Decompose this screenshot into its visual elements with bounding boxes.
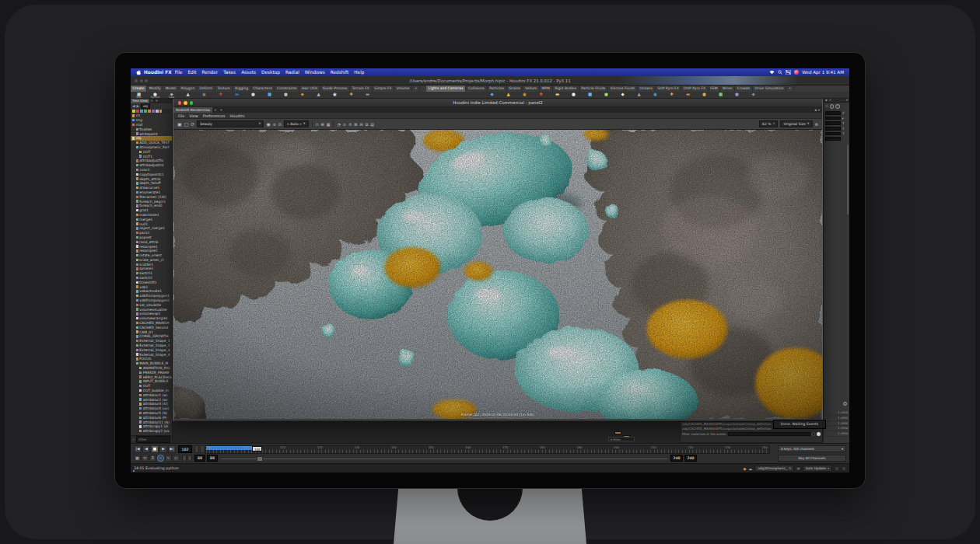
shelf-tab[interactable]: SOP Pyro FX [656,85,682,92]
shelf-tool-icon[interactable]: ◆ [745,92,761,98]
flipbook-icon[interactable]: ▦ [134,455,141,462]
shelf-tool-icon[interactable]: ✚ [343,92,359,98]
help-icon[interactable]: ? [835,104,840,109]
shelf-tab[interactable]: + [412,85,420,92]
jump-start-button[interactable]: |◀ [134,445,142,453]
playback-start-field[interactable]: 88 [207,455,218,462]
shelf-tab[interactable]: FEM [709,85,721,92]
wifi-icon[interactable] [769,70,775,75]
expand-icon[interactable]: ⊠ [354,120,357,128]
fit-icon[interactable]: ⊟ [359,120,362,128]
range-slider[interactable] [221,459,667,459]
renderview-menu-item[interactable]: Preferences [203,113,226,118]
layers-icon[interactable]: ▤ [370,120,374,128]
param-row[interactable]: ↕ [825,111,848,115]
mute-icon[interactable]: ⊘ [273,120,276,128]
close-tab-icon[interactable]: ✕ [151,99,153,103]
grid-icon[interactable]: ⊞ [321,120,324,128]
shelf-tool-icon[interactable]: ✚ [663,92,680,98]
shelf-tool-icon[interactable]: ▬ [229,92,245,98]
aov-dropdown[interactable]: beauty▼ [197,120,264,127]
target-icon[interactable]: ⊙ [343,120,346,128]
shelf-tool-icon[interactable]: ● [245,92,261,98]
network-node-chip[interactable] [614,431,621,434]
control-center-icon[interactable] [786,70,791,75]
info-icon[interactable]: i [830,104,835,109]
shelf-tab[interactable]: Particle Fluids [579,85,608,92]
network-category-icon[interactable] [132,110,135,113]
corner-tool-icon[interactable] [835,466,839,471]
network-category-icon[interactable] [152,110,155,113]
keys-summary-dropdown[interactable]: 0 keys, 0/0 channels▾ [778,445,846,452]
shelf-tab[interactable]: Characters [251,85,275,92]
param-row[interactable]: ↕ [825,131,848,135]
restart-render-icon[interactable]: ⟳ [191,120,194,128]
renderview-menu-item[interactable]: Houdini [230,113,245,118]
zoom-level-field[interactable]: 62 %⇅ [759,120,778,127]
shelf-tab[interactable]: Drive Simulation [753,85,787,92]
pane-menu-icon[interactable]: ▪ ▾ [814,108,820,112]
shelf-tab[interactable]: + [786,85,794,92]
back-icon[interactable]: ◀ [132,104,135,108]
checker-icon[interactable]: ▦ [327,120,331,128]
context-path-field[interactable]: /obj/Atmospheric_⇅ [754,465,794,472]
shelf-tab[interactable]: Wires [720,85,735,92]
playback-end-field[interactable]: 240 [670,455,683,462]
network-category-icon[interactable] [140,110,143,113]
shelf-tool-icon[interactable]: ● [696,92,712,98]
tree-node[interactable]: attribcopy2 (uv [131,429,172,434]
tree-filter-input[interactable]: Filter [136,436,170,443]
auto-dropdown[interactable]: « Auto »▼ [284,120,309,127]
shelf-tool-icon[interactable]: ▬ [680,92,696,98]
gear-icon[interactable]: ⚙ [815,120,818,128]
copy-icon[interactable]: ⧉ [366,120,369,128]
forward-icon[interactable]: ▶ [137,104,140,108]
clock-icon[interactable]: ◔ [337,120,340,128]
audio-icon[interactable]: ∿ [165,455,172,462]
shelf-tool-icon[interactable]: ▬ [359,92,376,98]
shelf-tool-icon[interactable]: ◆ [484,92,500,98]
material-filter-input[interactable] [728,432,810,436]
menubar-item[interactable]: Windows [305,70,325,75]
shelf-tool-icon[interactable]: ▲ [180,92,196,98]
shelf-tab[interactable]: Simple FX [373,85,395,92]
range-slider-handle[interactable] [257,456,263,462]
key-all-channels-button[interactable]: Key All Channels [778,455,846,462]
export-icon[interactable]: ⊼ [149,455,156,462]
tab-tree-view[interactable]: Tree View [131,98,149,103]
shelf-tab[interactable]: Create [131,85,147,92]
substep-button[interactable] [200,445,205,453]
refresh-region-icon[interactable]: ⟲ [348,120,352,128]
shelf-tool-icon[interactable]: ● [729,92,745,98]
lock-icon[interactable]: ⊓ [316,120,319,128]
shelf-tool-icon[interactable]: ◉ [647,92,663,98]
jump-icon[interactable]: ↕ [842,121,845,125]
shelf-tool-icon[interactable]: ▬ [549,92,565,98]
search-icon[interactable] [778,70,782,75]
shelf-tab[interactable]: Polygon [179,85,198,92]
shelf-tab[interactable]: Crowds [735,85,753,92]
menubar-item[interactable]: Takes [223,70,236,75]
shelf-tab[interactable]: Grains [507,85,523,92]
apple-logo-icon[interactable] [136,70,141,75]
shelf-tool-icon[interactable]: ■ [712,92,729,98]
menubar-item[interactable]: Render [202,70,219,75]
param-row[interactable]: ↕ [825,121,848,125]
tab-redshift-renderview[interactable]: Redshift RenderView [173,107,212,113]
shelf-tool-icon[interactable]: ✚ [212,92,229,98]
refresh-icon[interactable]: ⟳ [796,466,800,471]
current-frame-field[interactable]: 102 [178,445,192,453]
network-category-icon[interactable] [148,110,151,113]
menubar-item[interactable]: Radial [285,70,299,75]
menubar-item[interactable]: Desktop [261,70,280,75]
range-next-icon[interactable]: › [187,455,192,462]
scrollbar[interactable] [847,145,849,214]
corner-tool-icon[interactable] [842,466,846,471]
shelf-tab[interactable]: Viscous Fluids [608,85,638,92]
jump-end-button[interactable]: ▶| [168,445,176,453]
network-category-icon[interactable] [159,110,163,113]
shelf-tab[interactable]: MPM [540,85,553,92]
crop-icon[interactable]: ⊡ [278,120,282,128]
menubar-item[interactable]: Edit [187,70,196,75]
renderview-menu-item[interactable]: File [178,113,184,118]
